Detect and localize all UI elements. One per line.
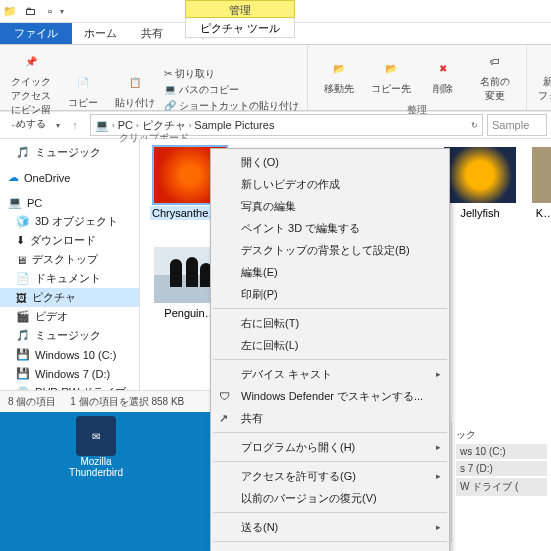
pc-icon: 💻	[8, 196, 22, 209]
desktop-app-icon[interactable]: ✉ Mozilla Thunderbird	[60, 416, 132, 478]
sidebar-item-drive-d[interactable]: 💾Windows 7 (D:)	[0, 364, 139, 383]
sidebar-item-videos[interactable]: 🎬ビデオ	[0, 307, 139, 326]
ctx-open-with[interactable]: プログラムから開く(H)	[211, 436, 449, 458]
thumbnail-image	[444, 147, 516, 203]
group-label: 新規	[535, 117, 551, 130]
cube-icon: 🧊	[16, 215, 30, 228]
separator	[213, 541, 447, 542]
music-icon: 🎵	[16, 146, 30, 159]
rename-button[interactable]: 🏷名前の 変更	[472, 48, 518, 103]
delete-button[interactable]: ✖削除	[420, 55, 466, 96]
ribbon-group-organize: 📂移動先 📂コピー先 ✖削除 🏷名前の 変更 整理	[308, 45, 527, 110]
share-icon: ↗	[219, 412, 228, 425]
drive-icon: 💾	[16, 348, 30, 361]
ctx-edit-photo[interactable]: 写真の編集	[211, 195, 449, 217]
shield-icon: 🛡	[219, 390, 230, 402]
rename-icon: 🏷	[482, 48, 508, 74]
group-label: 整理	[316, 103, 518, 116]
scissors-icon: ✂	[164, 68, 172, 79]
ribbon-group-clipboard: 📌 クイック アクセス にピン留めする 📄 コピー 📋 貼り付け ✂切り取り 💻…	[0, 45, 308, 110]
status-bar: 8 個の項目 1 個の項目を選択 858 KB	[0, 390, 210, 412]
video-icon: 🎬	[16, 310, 30, 323]
separator	[213, 432, 447, 433]
sidebar-item-pictures[interactable]: 🖼ピクチャ	[0, 288, 139, 307]
tab-file[interactable]: ファイル	[0, 23, 72, 44]
file-thumb[interactable]: Jellyfish	[440, 147, 520, 220]
contextual-tab[interactable]: 管理 ピクチャ ツール	[185, 0, 295, 38]
move-icon: 📂	[326, 55, 352, 81]
paste-button[interactable]: 📋 貼り付け	[112, 69, 158, 110]
cloud-icon: ☁	[8, 171, 19, 184]
music-icon: 🎵	[16, 329, 30, 342]
ctx-rotate-right[interactable]: 右に回転(T)	[211, 312, 449, 334]
status-selection: 1 個の項目を選択 858 KB	[70, 395, 184, 409]
sidebar-item-documents[interactable]: 📄ドキュメント	[0, 269, 139, 288]
copy-path-button[interactable]: 💻パスのコピー	[164, 83, 299, 97]
ctx-previous-version[interactable]: 以前のバージョンの復元(V)	[211, 487, 449, 509]
ctx-create-video[interactable]: 新しいビデオの作成	[211, 173, 449, 195]
ctx-open[interactable]: 開く(O)	[211, 151, 449, 173]
refresh-icon[interactable]: ↻	[471, 121, 478, 130]
thumbnail-image	[532, 147, 551, 203]
pin-icon: 📌	[18, 48, 44, 74]
ctx-edit[interactable]: 編集(E)	[211, 261, 449, 283]
file-caption: K…	[534, 206, 551, 220]
copyto-icon: 📂	[378, 55, 404, 81]
ctx-share[interactable]: ↗共有	[211, 407, 449, 429]
document-icon: 📄	[16, 272, 30, 285]
copy-to-button[interactable]: 📂コピー先	[368, 55, 414, 96]
paste-icon: 📋	[122, 69, 148, 95]
file-thumb[interactable]: K…	[530, 147, 551, 220]
ribbon: 📌 クイック アクセス にピン留めする 📄 コピー 📋 貼り付け ✂切り取り 💻…	[0, 45, 551, 111]
sidebar-item-pc[interactable]: 💻PC	[0, 193, 139, 212]
copy-button[interactable]: 📄 コピー	[60, 69, 106, 110]
download-icon: ⬇	[16, 234, 25, 247]
sidebar-item-drive-c[interactable]: 💾Windows 10 (C:)	[0, 345, 139, 364]
qat-equals-icon[interactable]: ▫	[40, 0, 60, 23]
sidebar-item-music[interactable]: 🎵ミュージック	[0, 143, 139, 162]
thunderbird-icon: ✉	[76, 416, 116, 456]
ctx-send-to[interactable]: 送る(N)	[211, 516, 449, 538]
context-menu: 開く(O) 新しいビデオの作成 写真の編集 ペイント 3D で編集する デスクト…	[210, 148, 450, 551]
tab-home[interactable]: ホーム	[72, 23, 129, 44]
ctx-defender-scan[interactable]: 🛡Windows Defender でスキャンする...	[211, 385, 449, 407]
background-window: ック ws 10 (C:) s 7 (D:) W ドライブ (	[451, 422, 551, 542]
drive-icon: 💾	[16, 367, 30, 380]
contextual-tab-header: 管理	[185, 0, 295, 18]
qat-more-icon[interactable]: ▾	[60, 7, 64, 16]
paste-shortcut-button[interactable]: 🔗ショートカットの貼り付け	[164, 99, 299, 113]
separator	[213, 308, 447, 309]
separator	[213, 461, 447, 462]
qat-folder-icon[interactable]: 🗀	[20, 0, 40, 23]
sidebar-item-music2[interactable]: 🎵ミュージック	[0, 326, 139, 345]
ctx-paint3d[interactable]: ペイント 3D で編集する	[211, 217, 449, 239]
pin-quick-access-button[interactable]: 📌 クイック アクセス にピン留めする	[8, 48, 54, 131]
tab-share[interactable]: 共有	[129, 23, 175, 44]
shortcut-icon: 🔗	[164, 100, 176, 111]
new-folder-icon: 📁	[545, 48, 551, 74]
ctx-rotate-left[interactable]: 左に回転(L)	[211, 334, 449, 356]
move-to-button[interactable]: 📂移動先	[316, 55, 362, 96]
new-folder-button[interactable]: 📁新しい フォルダー	[535, 48, 551, 117]
ctx-cut[interactable]: 切り取り(T)	[211, 545, 449, 551]
sidebar-item-3dobjects[interactable]: 🧊3D オブジェクト	[0, 212, 139, 231]
delete-icon: ✖	[430, 55, 456, 81]
ctx-print[interactable]: 印刷(P)	[211, 283, 449, 305]
contextual-tab-label[interactable]: ピクチャ ツール	[185, 18, 295, 38]
sidebar-item-onedrive[interactable]: ☁OneDrive	[0, 168, 139, 187]
status-count: 8 個の項目	[8, 395, 56, 409]
ctx-cast[interactable]: デバイス キャスト	[211, 363, 449, 385]
cut-button[interactable]: ✂切り取り	[164, 67, 299, 81]
sidebar-item-downloads[interactable]: ⬇ダウンロード	[0, 231, 139, 250]
desktop-area[interactable]: ✉ Mozilla Thunderbird	[0, 412, 210, 551]
copy-icon: 📄	[70, 69, 96, 95]
ribbon-group-new: 📁新しい フォルダー ✦新しいアイテム ▾ ↗ショートカット ▾ 新規	[527, 45, 551, 110]
picture-icon: 🖼	[16, 292, 27, 304]
ctx-give-access[interactable]: アクセスを許可する(G)	[211, 465, 449, 487]
path-icon: 💻	[164, 84, 176, 95]
separator	[213, 359, 447, 360]
folder-icon: 📁	[0, 0, 20, 23]
sidebar-item-desktop[interactable]: 🖥デスクトップ	[0, 250, 139, 269]
ctx-set-bg[interactable]: デスクトップの背景として設定(B)	[211, 239, 449, 261]
file-caption: Jellyfish	[458, 206, 501, 220]
